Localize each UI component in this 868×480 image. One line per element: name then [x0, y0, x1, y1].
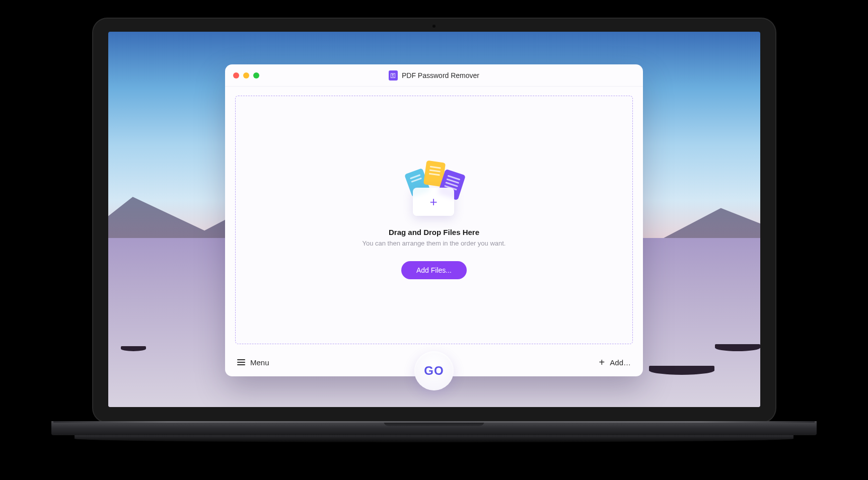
hamburger-icon	[237, 359, 245, 365]
go-button[interactable]: GO	[414, 351, 454, 390]
maximize-button[interactable]	[253, 72, 259, 78]
plus-icon: +	[599, 357, 605, 368]
add-button-label: Add…	[610, 358, 631, 367]
add-button[interactable]: + Add…	[599, 357, 631, 368]
desktop-wallpaper: PDF Password Remover	[108, 32, 760, 407]
file-dropzone[interactable]: + Drag and Drop Files Here You can then …	[235, 96, 633, 344]
wallpaper-boat-icon	[715, 344, 760, 351]
close-button[interactable]	[233, 72, 239, 78]
menu-label: Menu	[250, 358, 269, 367]
add-files-button[interactable]: Add Files...	[401, 261, 467, 279]
laptop-base	[51, 421, 817, 435]
app-icon	[389, 70, 398, 81]
dropzone-title: Drag and Drop Files Here	[389, 228, 479, 236]
laptop-frame: PDF Password Remover	[51, 19, 817, 461]
dropzone-subtitle: You can then arrange them in the order y…	[363, 239, 506, 247]
camera-icon	[432, 25, 436, 28]
app-window: PDF Password Remover	[225, 64, 643, 376]
wallpaper-boat-icon	[121, 346, 146, 351]
window-title-text: PDF Password Remover	[402, 71, 479, 79]
wallpaper-boat-icon	[649, 366, 714, 375]
window-controls	[233, 72, 259, 78]
bottom-toolbar: Menu GO + Add…	[225, 348, 643, 376]
laptop-bezel: PDF Password Remover	[93, 19, 775, 422]
go-button-label: GO	[424, 364, 444, 378]
laptop-feet	[75, 435, 794, 442]
window-title: PDF Password Remover	[389, 70, 479, 81]
minimize-button[interactable]	[243, 72, 249, 78]
files-illustration-icon: +	[399, 161, 469, 216]
dropzone-container: + Drag and Drop Files Here You can then …	[225, 87, 643, 348]
menu-button[interactable]: Menu	[237, 358, 269, 367]
folder-plus-icon: +	[413, 188, 454, 216]
titlebar: PDF Password Remover	[225, 64, 643, 87]
